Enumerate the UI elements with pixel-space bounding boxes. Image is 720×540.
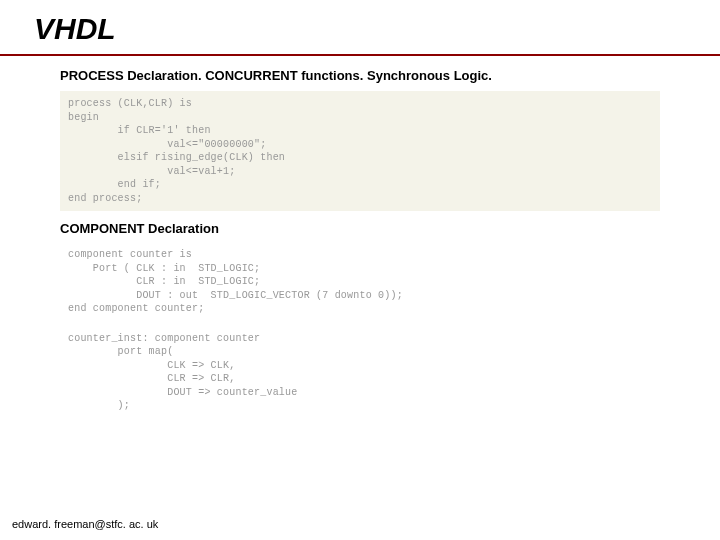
footer-email: edward. freeman@stfc. ac. uk [12, 518, 158, 530]
heading-process: PROCESS Declaration. CONCURRENT function… [60, 68, 660, 83]
title-underline [0, 54, 720, 56]
code-component-decl: component counter is Port ( CLK : in STD… [60, 244, 660, 320]
page-title: VHDL [0, 12, 720, 54]
code-component-inst: counter_inst: component counter port map… [60, 328, 660, 417]
heading-component: COMPONENT Declaration [60, 221, 660, 236]
code-process: process (CLK,CLR) is begin if CLR='1' th… [60, 91, 660, 211]
slide: VHDL PROCESS Declaration. CONCURRENT fun… [0, 0, 720, 540]
content-area: PROCESS Declaration. CONCURRENT function… [0, 68, 720, 417]
